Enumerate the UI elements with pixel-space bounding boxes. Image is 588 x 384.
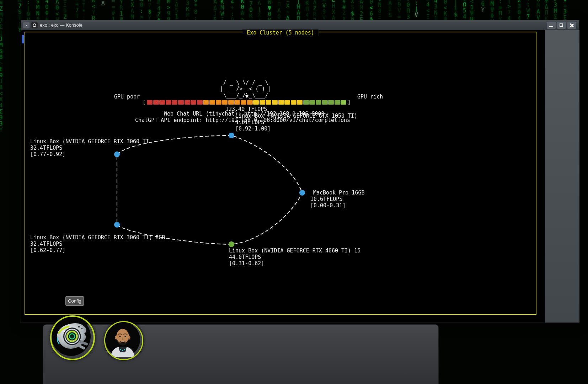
scroll-indicator[interactable] (22, 35, 24, 43)
node-range: [0.00-0.31] (310, 202, 365, 209)
node-range: [0.92-1.00] (235, 126, 357, 132)
node-name: MacBook Pro 16GB (310, 190, 365, 196)
node-tflops: 44.0TFLOPS (229, 254, 360, 260)
node-dot-rtx3060ti-8gb[interactable] (114, 222, 120, 228)
gauge-marker-icon: ▼ (245, 93, 248, 100)
node-tflops: 10.6TFLOPS (310, 196, 365, 202)
node-tflops: 32.4TFLOPS (30, 145, 149, 151)
gauge-squares (147, 100, 346, 105)
konsole-window: › exo : exo — Konsole Exo Cluster (5 nod… (21, 20, 579, 323)
dock (43, 324, 439, 384)
gauge-close-bracket: ] (347, 99, 351, 106)
panel-title: Exo Cluster (5 nodes) (242, 30, 319, 36)
konsole-icon (31, 22, 38, 28)
node-rtx3060ti: Linux Box (NVIDIA GEFORCE RTX 3060 TI 32… (30, 138, 149, 158)
terminal-viewport[interactable]: Exo Cluster (5 nodes) _____ _____ / _ \ … (22, 30, 545, 322)
menu-toggle-button[interactable]: › (23, 22, 30, 28)
maximize-icon (560, 23, 563, 27)
node-tflops: 32.4TFLOPS (30, 241, 165, 247)
robot-avatar-image (52, 317, 91, 356)
window-title: exo : exo — Konsole (40, 22, 82, 28)
node-range: [0.31-0.62] (229, 260, 360, 267)
node-dot-gtx1050ti[interactable] (229, 133, 234, 138)
maximize-button[interactable] (557, 22, 566, 29)
node-range: [0.77-0.92] (30, 151, 149, 158)
minimize-icon (549, 26, 553, 27)
node-gtx1050ti: Linux Box (NVIDIA GEFORCE GTX 1050 TI) 4… (235, 113, 357, 132)
node-range: [0.62-0.77] (30, 247, 165, 254)
node-name: Linux Box (NVIDIA GEFORCE RTX 4060 TI) 1… (229, 247, 360, 254)
gpu-poor-label: GPU poor (114, 94, 140, 100)
man-avatar-image (105, 322, 140, 357)
node-name: Linux Box (NVIDIA GEFORCE GTX 1050 TI) (235, 113, 357, 119)
node-name: Linux Box (NVIDIA GEFORCE RTX 3060 TI (30, 138, 149, 145)
node-dot-macbook[interactable] (299, 190, 305, 196)
node-dot-rtx4060ti[interactable] (229, 241, 234, 247)
node-rtx4060ti: Linux Box (NVIDIA GEFORCE RTX 4060 TI) 1… (229, 247, 360, 267)
terminal-right-margin (545, 30, 579, 322)
desktop: 22$VΔΞ3R54ΔΨR>Π#ZM7Σ|JM$8>E9J8<X4Σ93YE#Π… (0, 0, 588, 384)
config-button[interactable]: Config (65, 296, 84, 306)
man-avatar[interactable] (104, 321, 143, 360)
window-titlebar[interactable]: › exo : exo — Konsole (21, 20, 579, 31)
node-tflops: 4.0TFLOPS (235, 119, 357, 126)
node-macbook: MacBook Pro 16GB 10.6TFLOPS [0.00-0.31] (310, 190, 365, 209)
close-button[interactable] (567, 22, 576, 29)
robot-avatar[interactable] (50, 315, 95, 360)
node-rtx3060ti-8gb: Linux Box (NVIDIA GEFORCE RTX 3060 TI) 8… (30, 234, 165, 254)
gauge-open-bracket: [ (143, 99, 146, 106)
node-name: Linux Box (NVIDIA GEFORCE RTX 3060 TI) 8… (30, 234, 165, 241)
minimize-button[interactable] (547, 22, 556, 29)
total-tflops: 123.40 TFLOPS (225, 106, 267, 112)
gpu-gauge: [ ] (143, 99, 351, 106)
gpu-rich-label: GPU rich (357, 94, 383, 100)
